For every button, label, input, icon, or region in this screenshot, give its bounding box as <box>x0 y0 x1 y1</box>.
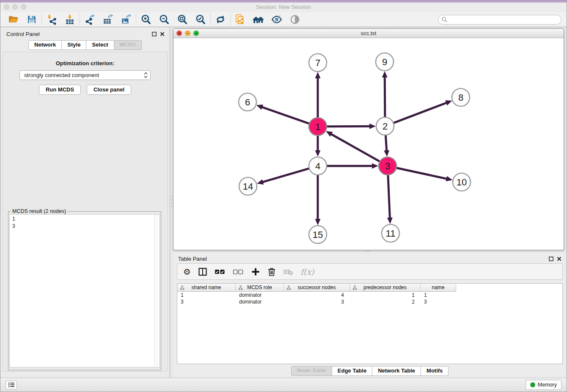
table-cell[interactable]: 3 <box>421 298 456 305</box>
refresh-icon[interactable] <box>215 14 226 25</box>
close-table-panel-icon[interactable] <box>557 257 561 261</box>
edge-arrow-2-3 <box>384 150 389 157</box>
export-image-icon[interactable] <box>120 14 132 25</box>
tab-network[interactable]: Network <box>28 40 62 50</box>
tab-select[interactable]: Select <box>86 40 114 50</box>
node-4[interactable]: 4 <box>309 157 327 175</box>
panel-splitter-handle[interactable] <box>169 196 173 207</box>
node-2[interactable]: 2 <box>376 117 394 135</box>
delete-icon[interactable] <box>267 267 276 276</box>
search-input[interactable] <box>438 15 561 25</box>
node-label: 3 <box>385 161 390 171</box>
edge-3-11[interactable] <box>388 175 390 219</box>
show-all-icon[interactable] <box>289 14 301 25</box>
memory-button[interactable]: Memory <box>526 380 561 390</box>
node-10[interactable]: 10 <box>453 173 471 191</box>
mcds-result-item[interactable]: 1 <box>12 215 160 223</box>
column-tree-icon <box>286 285 291 290</box>
mcds-result-item[interactable]: 3 <box>12 223 160 230</box>
edge-1-2[interactable] <box>327 126 371 127</box>
function-builder-icon[interactable]: f(x) <box>300 267 314 276</box>
float-panel-icon[interactable] <box>152 32 157 36</box>
show-columns-icon[interactable] <box>198 267 207 276</box>
save-session-icon[interactable] <box>26 14 38 25</box>
edge-3-1[interactable] <box>330 133 380 161</box>
edge-1-6[interactable] <box>261 107 309 124</box>
tab-mcds[interactable]: MCDS <box>114 40 142 50</box>
node-1[interactable]: 1 <box>309 118 327 135</box>
network-window-resize-handle[interactable] <box>365 251 371 252</box>
tab-motifs[interactable]: Motifs <box>421 366 449 376</box>
column-header-predecessor-nodes[interactable]: predecessor nodes <box>350 284 421 292</box>
deselect-all-icon[interactable] <box>233 268 244 276</box>
edge-4-14[interactable] <box>261 168 309 182</box>
tab-edge-table[interactable]: Edge Table <box>332 366 372 376</box>
network-window-titlebar[interactable]: scc.txt <box>173 29 564 38</box>
export-table-icon[interactable] <box>102 14 114 25</box>
open-session-icon[interactable] <box>8 14 19 25</box>
edge-arrow-3-11 <box>387 218 393 224</box>
column-header-MCDS-role[interactable]: MCDS role <box>236 284 284 292</box>
edge-2-8[interactable] <box>394 102 448 123</box>
tab-style[interactable]: Style <box>62 40 86 50</box>
table-cell[interactable]: 1 <box>350 292 421 298</box>
table-cell[interactable]: 3 <box>284 298 350 305</box>
table-body: 1dominator4113dominator323 <box>177 292 562 305</box>
node-9[interactable]: 9 <box>376 53 394 71</box>
import-network-icon[interactable] <box>46 14 58 25</box>
table-row[interactable]: 1dominator411 <box>177 292 562 298</box>
mcds-result-list[interactable]: 13 <box>9 214 160 367</box>
zoom-out-icon[interactable] <box>158 14 170 25</box>
table-cell[interactable]: 3 <box>177 298 236 305</box>
column-header-name[interactable]: name <box>421 284 456 292</box>
edge-arrow-4-3 <box>372 163 378 169</box>
table-cell[interactable]: 1 <box>421 292 456 298</box>
table-cell[interactable]: dominator <box>236 298 284 305</box>
delete-table-icon[interactable] <box>283 268 293 276</box>
close-panel-icon[interactable] <box>160 32 165 36</box>
tab-network-table[interactable]: Network Table <box>372 366 421 376</box>
node-3[interactable]: 3 <box>379 157 396 175</box>
node-14[interactable]: 14 <box>239 177 257 195</box>
table-cell[interactable]: 2 <box>350 298 421 305</box>
zoom-selected-icon[interactable] <box>195 14 206 25</box>
import-table-icon[interactable] <box>64 14 76 25</box>
table-cell[interactable]: dominator <box>236 292 284 298</box>
column-header-shared-name[interactable]: shared name <box>177 284 236 292</box>
table-cell[interactable]: 1 <box>177 292 236 298</box>
first-neighbors-icon[interactable] <box>253 14 264 25</box>
edge-3-10[interactable] <box>396 168 448 179</box>
new-network-from-selection-icon[interactable] <box>234 14 246 25</box>
criterion-select[interactable]: strongly connected component <box>19 70 151 80</box>
hide-selected-icon[interactable] <box>271 14 283 25</box>
table-panel-title: Table Panel <box>178 256 207 262</box>
task-history-button[interactable] <box>6 381 17 389</box>
edge-2-3[interactable] <box>385 135 387 152</box>
node-7[interactable]: 7 <box>309 54 327 72</box>
node-6[interactable]: 6 <box>239 93 256 111</box>
table-settings-icon[interactable]: ⚙ <box>183 268 191 276</box>
select-all-icon[interactable] <box>215 268 226 276</box>
export-network-icon[interactable] <box>84 14 96 25</box>
table-row[interactable]: 3dominator323 <box>177 298 562 305</box>
edge-2-9[interactable] <box>385 76 385 117</box>
node-label: 1 <box>315 121 320 132</box>
column-tree-icon <box>180 285 184 290</box>
tab-node-table[interactable]: Node Table <box>291 366 332 376</box>
column-header-label: shared name <box>191 284 221 290</box>
titlebar[interactable]: Session: New Session <box>0 3 567 12</box>
node-11[interactable]: 11 <box>382 224 399 242</box>
node-label: 4 <box>315 161 320 171</box>
close-panel-button[interactable]: Close panel <box>87 85 131 95</box>
zoom-in-icon[interactable] <box>140 14 152 25</box>
run-mcds-button[interactable]: Run MCDS <box>39 85 81 95</box>
network-canvas[interactable]: 7968124314101511 <box>173 38 564 250</box>
mcds-result-scrollbar[interactable] <box>154 215 160 367</box>
table-cell[interactable]: 4 <box>284 292 350 298</box>
node-15[interactable]: 15 <box>309 226 327 243</box>
zoom-fit-icon[interactable] <box>176 14 188 25</box>
add-icon[interactable] <box>251 267 260 276</box>
node-8[interactable]: 8 <box>452 88 470 106</box>
float-table-panel-icon[interactable] <box>549 257 553 261</box>
column-header-successor-nodes[interactable]: successor nodes <box>284 284 350 292</box>
